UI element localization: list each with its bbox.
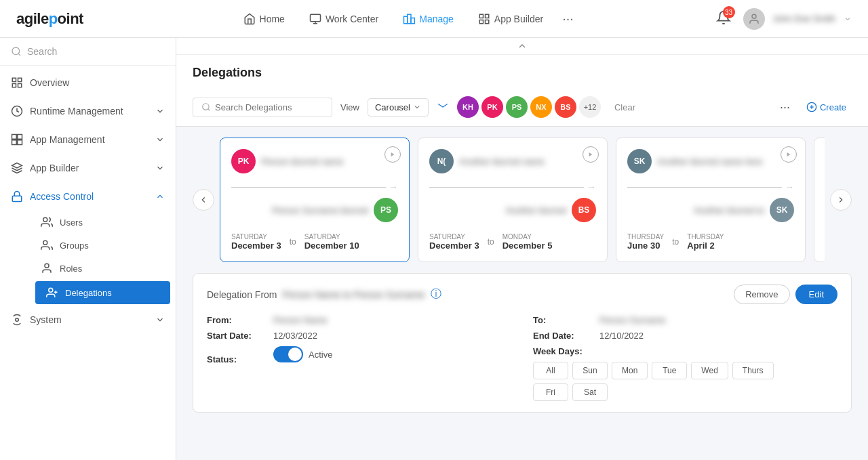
carousel-items: PK Person blurred name → Person Surname … — [220, 138, 825, 262]
detail-to-row: To: Person Surname — [533, 315, 837, 325]
card-play-1[interactable] — [384, 146, 401, 163]
sidebar-item-system[interactable]: System — [0, 306, 176, 334]
avatar-PK[interactable]: PK — [481, 96, 503, 118]
carousel-card-4[interactable]: SS MON Apri — [814, 138, 825, 262]
nav-home[interactable]: Home — [233, 9, 296, 29]
to-value: Person Surname — [599, 315, 666, 325]
carousel-card-2[interactable]: N( Another blurred name → Another blurre… — [418, 138, 608, 262]
play-icon-3 — [786, 151, 791, 158]
sidebar-item-users[interactable]: Users — [30, 211, 176, 234]
svg-point-31 — [203, 104, 209, 110]
card-play-2[interactable] — [583, 146, 599, 163]
day-wed[interactable]: Wed — [691, 362, 728, 379]
info-icon[interactable]: ⓘ — [431, 287, 441, 301]
carousel-card-1[interactable]: PK Person blurred name → Person Surname … — [220, 138, 410, 262]
card-name-from-1: Person blurred name — [261, 156, 343, 167]
card-arrow-3: → — [627, 182, 794, 192]
card-from-2: N( Another blurred name — [429, 149, 596, 173]
logo: agilepoint — [16, 10, 83, 28]
carousel-card-3[interactable]: SK Another blurred name here → Another b… — [616, 138, 806, 262]
svg-marker-38 — [787, 152, 791, 156]
svg-marker-37 — [589, 152, 593, 156]
carousel-next[interactable] — [830, 189, 852, 211]
system-chevron — [155, 315, 165, 325]
sidebar-search[interactable]: Search — [0, 38, 176, 66]
avatar-KH[interactable]: KH — [457, 96, 479, 118]
nav-more[interactable]: ··· — [557, 8, 579, 29]
svg-marker-22 — [12, 163, 22, 169]
detail-weekdays: Week Days: All Sun Mon Tue Wed Thurs — [533, 346, 837, 401]
svg-rect-15 — [12, 84, 16, 87]
search-delegations-input[interactable] — [215, 102, 323, 112]
groups-icon — [41, 239, 53, 251]
create-button[interactable]: Create — [801, 99, 852, 115]
nav-workcenter[interactable]: Work Center — [298, 9, 389, 29]
status-value: Active — [309, 350, 332, 360]
day-sat[interactable]: Sat — [572, 383, 608, 401]
sidebar-item-accesscontrol[interactable]: Access Control — [0, 182, 176, 211]
collapse-handle[interactable] — [176, 38, 868, 55]
to-label: To: — [533, 315, 594, 325]
sidebar-item-runtime[interactable]: Runtime Management — [0, 97, 176, 125]
status-toggle[interactable] — [273, 346, 303, 362]
user-avatar[interactable] — [743, 8, 765, 30]
avatar-NX[interactable]: NX — [530, 96, 552, 118]
svg-line-12 — [18, 54, 20, 56]
create-icon — [806, 102, 817, 112]
day-thurs[interactable]: Thurs — [732, 362, 774, 379]
weekdays-label: Week Days: — [533, 346, 837, 356]
card-avatar-from-3: SK — [627, 149, 652, 173]
date-to-date-3: April 2 — [687, 241, 724, 251]
date-to-date-1: December 10 — [304, 241, 359, 251]
sidebar-item-groups[interactable]: Groups — [30, 234, 176, 257]
sidebar-item-roles[interactable]: Roles — [30, 257, 176, 280]
notifications-bell[interactable]: 33 — [712, 6, 735, 31]
svg-point-24 — [43, 217, 47, 222]
carousel-prev[interactable] — [193, 189, 214, 211]
detail-from-row: From: Person Name — [207, 315, 511, 325]
clear-button[interactable]: Clear — [609, 100, 641, 115]
remove-button[interactable]: Remove — [734, 285, 789, 304]
view-select[interactable]: Carousel — [368, 98, 429, 117]
day-tue[interactable]: Tue — [652, 362, 687, 379]
card-name-to-1: Person Surname blurred — [272, 205, 368, 215]
card-play-3[interactable] — [781, 146, 797, 163]
day-fri[interactable]: Fri — [533, 383, 568, 401]
delegation-from-label: Delegation From — [207, 289, 277, 300]
avatar-more[interactable]: +12 — [579, 96, 601, 118]
svg-line-32 — [208, 109, 210, 111]
day-all[interactable]: All — [533, 362, 568, 379]
date-to-date-2: December 5 — [502, 241, 553, 251]
search-delegations-icon — [201, 102, 211, 112]
avatar-PS[interactable]: PS — [506, 96, 528, 118]
nav-manage[interactable]: Manage — [392, 9, 465, 29]
date-to-day-3: THURSDAY — [687, 233, 724, 241]
toolbar-more-options[interactable]: ··· — [777, 98, 793, 117]
sidebar-item-label-system: System — [30, 314, 62, 325]
play-icon-1 — [390, 151, 395, 158]
edit-button[interactable]: Edit — [795, 285, 837, 304]
card-to-1: Person Surname blurred PS — [231, 198, 398, 222]
day-mon[interactable]: Mon — [612, 362, 648, 379]
sidebar-item-appbuilder[interactable]: App Builder — [0, 154, 176, 182]
search-label: Search — [27, 46, 57, 57]
day-sun[interactable]: Sun — [572, 362, 608, 379]
sidebar-item-appmanagement[interactable]: App Management — [0, 125, 176, 154]
card-avatar-to-1: PS — [374, 198, 398, 222]
svg-point-27 — [49, 288, 53, 292]
page-header: Delegations View Carousel KH PK PS — [176, 55, 868, 127]
runtime-chevron — [155, 106, 165, 116]
page-title: Delegations — [193, 66, 852, 80]
status-label: Status: — [207, 354, 268, 364]
sidebar-item-delegations[interactable]: Delegations — [35, 281, 170, 304]
appmanagement-chevron — [155, 135, 165, 144]
card-name-to-2: Another blurred — [505, 205, 566, 215]
avatar-BS[interactable]: BS — [555, 96, 576, 118]
svg-rect-8 — [479, 20, 483, 23]
nav-appbuilder[interactable]: App Builder — [467, 9, 554, 29]
roles-icon — [41, 262, 53, 274]
svg-point-30 — [16, 318, 19, 322]
sidebar-item-label-delegations: Delegations — [65, 288, 112, 298]
sidebar-item-overview[interactable]: Overview — [0, 68, 176, 97]
search-delegations[interactable] — [193, 98, 332, 117]
